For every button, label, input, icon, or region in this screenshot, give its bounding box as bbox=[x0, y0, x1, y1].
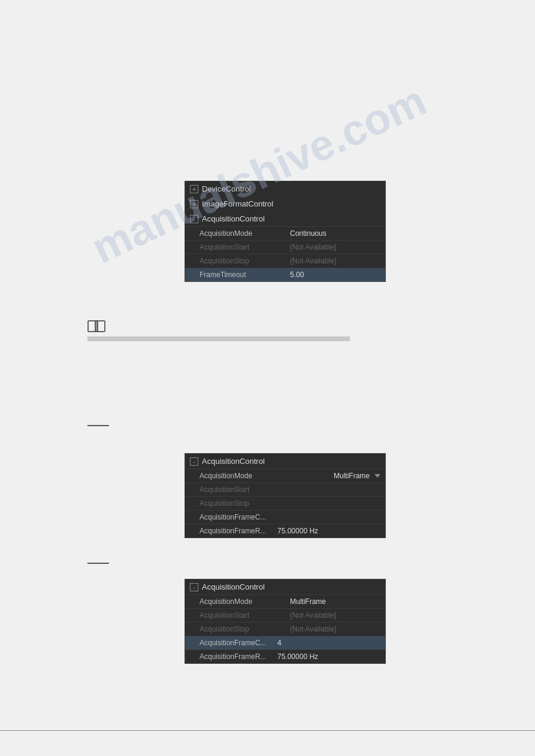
acquisition-control-top-header[interactable]: - AcquisitionControl bbox=[185, 211, 385, 226]
acquisition-frame-count-label-middle: AcquisitionFrameC... bbox=[200, 513, 277, 521]
acquisition-control-middle-header[interactable]: - AcquisitionControl bbox=[185, 454, 385, 469]
bottom-panel-widget: - AcquisitionControl AcquisitionMode Mul… bbox=[185, 579, 386, 664]
panel-top: + DeviceControl + ImageFormatControl - A… bbox=[185, 181, 386, 282]
acquisition-stop-value-top: {Not Available} bbox=[290, 257, 380, 265]
row-acquisition-start-bottom: AcquisitionStart {Not Available} bbox=[185, 608, 385, 622]
acquisition-control-bottom-header[interactable]: - AcquisitionControl bbox=[185, 579, 385, 594]
middle-panel-widget: - AcquisitionControl AcquisitionMode Mul… bbox=[185, 453, 386, 538]
device-control-label: DeviceControl bbox=[202, 184, 251, 193]
panel-middle: - AcquisitionControl AcquisitionMode Mul… bbox=[185, 453, 386, 538]
acquisition-start-label-bottom: AcquisitionStart bbox=[200, 611, 290, 620]
panel-bottom: - AcquisitionControl AcquisitionMode Mul… bbox=[185, 579, 386, 664]
acquisition-frame-count-value-bottom: 4 bbox=[277, 639, 380, 647]
row-acquisition-frame-rate-bottom: AcquisitionFrameR... 75.00000 Hz bbox=[185, 649, 385, 663]
frame-timeout-label-top: FrameTimeout bbox=[200, 271, 290, 279]
acquisition-stop-label-bottom: AcquisitionStop bbox=[200, 625, 290, 633]
frame-timeout-value-top: 5.00 bbox=[290, 271, 380, 279]
book-icon bbox=[87, 320, 105, 334]
acquisition-mode-value-middle: MultiFrame bbox=[334, 472, 370, 480]
row-acquisition-mode-top: AcquisitionMode Continuous bbox=[185, 226, 385, 240]
row-acquisition-stop-bottom: AcquisitionStop {Not Available} bbox=[185, 622, 385, 636]
acquisition-frame-rate-label-bottom: AcquisitionFrameR... bbox=[200, 652, 277, 661]
acquisition-control-top-expand-icon[interactable]: - bbox=[190, 215, 198, 223]
acquisition-mode-value-top: Continuous bbox=[290, 229, 380, 238]
acquisition-frame-rate-value-middle: 75.00000 Hz bbox=[277, 527, 380, 535]
divider-bar bbox=[87, 336, 350, 341]
acquisition-stop-label-middle: AcquisitionStop bbox=[200, 499, 290, 508]
row-acquisition-start-middle: AcquisitionStart bbox=[185, 482, 385, 496]
dropdown-arrow-icon bbox=[374, 474, 380, 478]
acquisition-start-label-middle: AcquisitionStart bbox=[200, 485, 290, 494]
acquisition-frame-count-label-bottom: AcquisitionFrameC... bbox=[200, 639, 277, 647]
acquisition-mode-label-top: AcquisitionMode bbox=[200, 229, 290, 238]
device-control-header[interactable]: + DeviceControl bbox=[185, 181, 385, 196]
acquisition-control-middle-expand-icon[interactable]: - bbox=[190, 457, 198, 466]
acquisition-frame-rate-value-bottom: 75.00000 Hz bbox=[277, 652, 380, 661]
acquisition-start-value-bottom: {Not Available} bbox=[290, 611, 380, 620]
acquisition-mode-value-bottom: MultiFrame bbox=[290, 597, 380, 606]
row-acquisition-stop-middle: AcquisitionStop bbox=[185, 496, 385, 510]
image-format-label: ImageFormatControl bbox=[202, 199, 273, 208]
acquisition-stop-label-top: AcquisitionStop bbox=[200, 257, 290, 265]
acquisition-mode-label-middle: AcquisitionMode bbox=[200, 472, 334, 480]
page-container: manualshive.com + DeviceControl + ImageF… bbox=[0, 0, 535, 756]
acquisition-frame-rate-label-middle: AcquisitionFrameR... bbox=[200, 527, 277, 535]
acquisition-mode-dropdown-trigger[interactable]: MultiFrame bbox=[334, 472, 380, 480]
row-acquisition-start-top: AcquisitionStart {Not Available} bbox=[185, 240, 385, 254]
image-format-control-header[interactable]: + ImageFormatControl bbox=[185, 196, 385, 211]
book-icon-container bbox=[87, 320, 105, 336]
svg-rect-0 bbox=[88, 321, 95, 332]
row-acquisition-frame-count-bottom[interactable]: AcquisitionFrameC... 4 bbox=[185, 636, 385, 649]
top-panel-widget: + DeviceControl + ImageFormatControl - A… bbox=[185, 181, 386, 282]
row-acquisition-frame-count-middle: AcquisitionFrameC... bbox=[185, 510, 385, 524]
acquisition-start-label-top: AcquisitionStart bbox=[200, 243, 290, 251]
acquisition-control-middle-label: AcquisitionControl bbox=[202, 457, 265, 466]
acquisition-control-bottom-label: AcquisitionControl bbox=[202, 582, 265, 591]
acquisition-control-bottom-expand-icon[interactable]: - bbox=[190, 583, 198, 591]
row-acquisition-mode-bottom: AcquisitionMode MultiFrame bbox=[185, 594, 385, 608]
row-acquisition-mode-middle[interactable]: AcquisitionMode MultiFrame bbox=[185, 469, 385, 482]
row-acquisition-frame-rate-middle: AcquisitionFrameR... 75.00000 Hz bbox=[185, 524, 385, 538]
bottom-page-line bbox=[0, 730, 535, 731]
acquisition-start-value-top: {Not Available} bbox=[290, 243, 380, 251]
short-line-1 bbox=[87, 425, 109, 426]
short-line-2 bbox=[87, 563, 109, 564]
acquisition-stop-value-bottom: {Not Available} bbox=[290, 625, 380, 633]
svg-rect-1 bbox=[98, 321, 105, 332]
image-format-expand-icon[interactable]: + bbox=[190, 200, 198, 208]
row-frame-timeout-top[interactable]: FrameTimeout 5.00 bbox=[185, 268, 385, 281]
acquisition-mode-label-bottom: AcquisitionMode bbox=[200, 597, 290, 606]
acquisition-control-top-label: AcquisitionControl bbox=[202, 214, 265, 223]
device-control-expand-icon[interactable]: + bbox=[190, 185, 198, 193]
row-acquisition-stop-top: AcquisitionStop {Not Available} bbox=[185, 254, 385, 268]
